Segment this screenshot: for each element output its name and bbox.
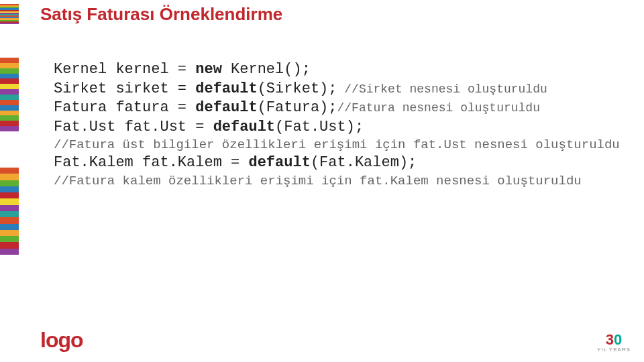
stripe-bar-3: [0, 168, 19, 255]
code-line-1: Kernel kernel = new Kernel();: [54, 60, 620, 80]
brand-logo: logo: [40, 328, 83, 353]
stripe-bar-1: [0, 4, 19, 24]
code-line-4: Fat.Ust fat.Ust = default(Fat.Ust);: [54, 118, 620, 137]
code-block: Kernel kernel = new Kernel(); Sirket sir…: [54, 60, 620, 189]
years-badge: 30 YIL YEARS: [597, 333, 631, 353]
code-comment-5: //Fatura üst bilgiler özellikleri erişim…: [54, 137, 620, 154]
code-line-3: Fatura fatura = default(Fatura);//Fatura…: [54, 99, 620, 118]
code-comment-7: //Fatura kalem özellikleri erişimi için …: [54, 173, 620, 190]
code-line-2: Sirket sirket = default(Sirket); //Sirke…: [54, 80, 620, 99]
page-title: Satış Faturası Örneklendirme: [40, 4, 282, 25]
stripe-bar-2: [0, 58, 19, 131]
code-line-6: Fat.Kalem fat.Kalem = default(Fat.Kalem)…: [54, 154, 620, 173]
